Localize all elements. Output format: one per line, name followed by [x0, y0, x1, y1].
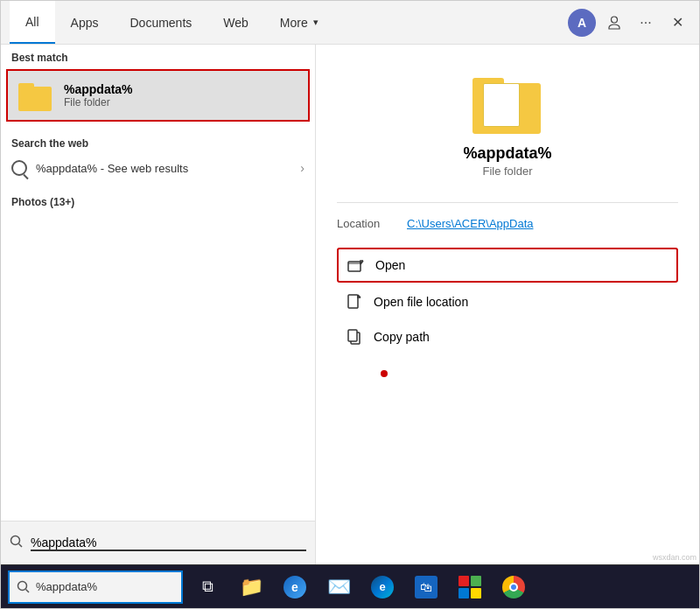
tab-documents[interactable]: Documents — [114, 1, 207, 44]
svg-point-0 — [11, 536, 20, 544]
best-match-item[interactable]: %appdata% File folder — [6, 69, 310, 122]
taskbar-mail[interactable]: ✉️ — [319, 568, 358, 606]
tab-bar: All Apps Documents Web More ▾ — [10, 1, 568, 44]
taskbar-edge[interactable]: e — [363, 568, 402, 606]
search-icon — [10, 535, 24, 552]
store-icon: 🛍 — [415, 576, 438, 598]
taskbar-chrome[interactable] — [494, 568, 533, 606]
copy-svg-icon — [346, 329, 362, 345]
web-search-text: %appdata% - See web results — [36, 162, 188, 175]
location-row: Location C:\Users\ACER\AppData — [337, 214, 678, 234]
chevron-right-icon: › — [300, 161, 304, 175]
browser-icon: e — [284, 576, 306, 598]
photos-label: Photos (13+) — [11, 196, 74, 208]
open-label: Open — [375, 258, 405, 272]
taskbar-search-text: %appdata% — [36, 580, 97, 593]
tab-all[interactable]: All — [10, 1, 55, 44]
search-circle-icon — [11, 160, 27, 176]
detail-title: %appdata% — [463, 144, 551, 163]
best-match-type: File folder — [64, 96, 133, 108]
detail-subtitle: File folder — [482, 164, 532, 178]
open-location-label: Open file location — [374, 295, 468, 309]
right-panel: %appdata% File folder Location C:\Users\… — [316, 45, 699, 564]
title-bar: All Apps Documents Web More ▾ A — [1, 1, 699, 45]
taskbar-search-icon — [17, 580, 31, 594]
search-input[interactable] — [31, 536, 306, 551]
search-svg-icon — [10, 535, 24, 549]
file-icon — [346, 294, 362, 310]
open-icon — [347, 256, 365, 274]
photos-section: Photos (13+) — [1, 186, 315, 216]
chrome-icon — [502, 576, 525, 598]
svg-rect-3 — [348, 295, 358, 308]
best-match-name: %appdata% — [64, 82, 133, 96]
main-content: Best match %appdata% File folder Search … — [1, 45, 699, 564]
tab-more[interactable]: More ▾ — [264, 1, 334, 44]
action-list: Open Open file location — [337, 248, 678, 353]
location-label: Location — [337, 217, 407, 230]
taskview-icon: ⧉ — [202, 578, 214, 596]
svg-rect-5 — [348, 330, 357, 341]
best-match-text: %appdata% File folder — [64, 82, 133, 108]
location-value[interactable]: C:\Users\ACER\AppData — [407, 217, 534, 230]
taskbar-file-explorer[interactable]: 📁 — [232, 568, 270, 606]
avatar[interactable]: A — [568, 9, 596, 37]
svg-point-6 — [18, 581, 27, 590]
folder-paper — [483, 83, 520, 127]
svg-line-7 — [26, 589, 30, 592]
red-dot-indicator — [381, 370, 388, 377]
web-search-label: Search the web — [1, 130, 315, 153]
tiles-icon — [458, 576, 481, 598]
search-bar — [1, 521, 315, 564]
red-dot-area — [337, 353, 678, 405]
mail-icon: ✉️ — [327, 576, 351, 598]
svg-line-1 — [19, 543, 23, 547]
taskbar-browser[interactable]: e — [276, 568, 314, 606]
copy-path-action[interactable]: Copy path — [337, 321, 678, 353]
left-spacer — [1, 216, 315, 521]
tab-apps[interactable]: Apps — [55, 1, 115, 44]
folder-icon — [18, 80, 53, 111]
taskbar: %appdata% ⧉ 📁 e ✉️ e 🛍 — [1, 564, 699, 608]
open-action[interactable]: Open — [337, 248, 678, 283]
taskbar-taskview[interactable]: ⧉ — [188, 568, 227, 606]
web-search-section: Search the web %appdata% - See web resul… — [1, 123, 315, 186]
open-file-location-action[interactable]: Open file location — [337, 286, 678, 318]
copy-icon — [346, 328, 363, 346]
big-folder-icon — [472, 71, 542, 134]
taskbar-store[interactable]: 🛍 — [407, 568, 445, 606]
more-options-btn[interactable]: ··· — [633, 10, 659, 36]
left-panel: Best match %appdata% File folder Search … — [1, 45, 316, 564]
detail-divider — [337, 202, 678, 203]
person-icon-btn[interactable] — [601, 10, 627, 36]
web-search-left: %appdata% - See web results — [11, 160, 188, 176]
person-icon — [606, 15, 622, 31]
file-explorer-icon: 📁 — [240, 576, 263, 598]
edge-icon: e — [371, 576, 394, 598]
watermark: wsxdan.com — [653, 553, 696, 562]
title-bar-actions: A ··· ✕ — [568, 9, 690, 37]
search-window: All Apps Documents Web More ▾ A — [0, 0, 700, 609]
close-button[interactable]: ✕ — [664, 10, 690, 36]
copy-path-label: Copy path — [374, 330, 430, 344]
detail-icon-area: %appdata% File folder — [337, 71, 678, 178]
best-match-label: Best match — [1, 45, 315, 67]
taskbar-tiles[interactable] — [451, 568, 489, 606]
taskbar-search[interactable]: %appdata% — [8, 570, 183, 604]
file-location-icon — [346, 293, 363, 311]
tab-web[interactable]: Web — [207, 1, 264, 44]
open-folder-icon — [347, 257, 365, 273]
web-search-item[interactable]: %appdata% - See web results › — [1, 153, 315, 183]
